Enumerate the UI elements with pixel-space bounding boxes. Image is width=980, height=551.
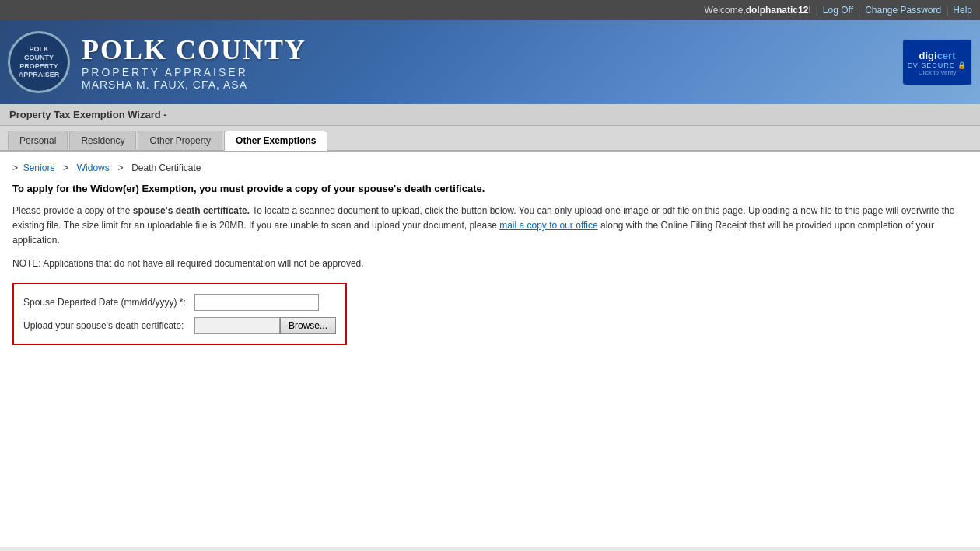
upload-row: Upload your spouse's death certificate: … <box>23 317 336 334</box>
browse-button[interactable]: Browse... <box>280 317 336 334</box>
separator-1: | <box>816 5 818 16</box>
breadcrumb: > Seniors > Widows > Death Certificate <box>12 162 968 173</box>
section-title: To apply for the Widow(er) Exemption, yo… <box>12 183 968 194</box>
separator-3: | <box>946 5 948 16</box>
page-wrapper: Property Tax Exemption Wizard - Personal… <box>0 104 980 551</box>
content-paragraph: Please provide a copy of the spouse's de… <box>12 204 968 249</box>
digicert-logo: digicert <box>919 49 956 61</box>
breadcrumb-sep-2: > <box>115 162 126 173</box>
form-box: Spouse Departed Date (mm/dd/yyyy) *: Upl… <box>12 283 347 345</box>
breadcrumb-sep-1: > <box>61 162 72 173</box>
welcome-text: Welcome, <box>705 5 746 16</box>
separator-2: | <box>858 5 860 16</box>
page-title-bar: Property Tax Exemption Wizard - <box>0 104 980 126</box>
tab-other-exemptions[interactable]: Other Exemptions <box>224 131 327 151</box>
date-row: Spouse Departed Date (mm/dd/yyyy) *: <box>23 294 336 311</box>
tab-other-property[interactable]: Other Property <box>138 131 222 150</box>
logo: POLKCOUNTYPROPERTYAPPRAISER <box>8 31 70 93</box>
appraiser-subtitle: Property Appraiser <box>82 66 306 78</box>
bold-text: spouse's death certificate. <box>133 205 250 216</box>
note-text: NOTE: Applications that do not have all … <box>12 258 968 269</box>
tabs-bar: Personal Residency Other Property Other … <box>0 126 980 151</box>
username: dolphanatic12 <box>746 5 809 16</box>
mail-link[interactable]: mail a copy to our office <box>499 220 598 231</box>
header: POLKCOUNTYPROPERTYAPPRAISER Polk County … <box>0 20 980 104</box>
ev-secure-text: EV SECURE 🔒 <box>908 61 968 69</box>
digicert-badge[interactable]: digicert EV SECURE 🔒 Click to Verify <box>902 39 972 85</box>
upload-label: Upload your spouse's death certificate: <box>23 320 194 331</box>
date-label: Spouse Departed Date (mm/dd/yyyy) *: <box>23 297 194 308</box>
main-content: > Seniors > Widows > Death Certificate T… <box>0 151 980 547</box>
tab-residency[interactable]: Residency <box>69 131 136 150</box>
breadcrumb-seniors[interactable]: Seniors <box>23 162 55 173</box>
top-bar: Welcome, dolphanatic12! | Log Off | Chan… <box>0 0 980 20</box>
file-display <box>194 317 280 334</box>
breadcrumb-current: Death Certificate <box>131 162 201 173</box>
county-title: Polk County <box>82 33 306 66</box>
header-title: Polk County Property Appraiser Marsha M.… <box>82 33 306 91</box>
appraiser-name: Marsha M. Faux, CFA, ASA <box>82 78 306 91</box>
page-title: Property Tax Exemption Wizard - <box>9 109 167 120</box>
help-link[interactable]: Help <box>953 5 972 16</box>
tab-personal[interactable]: Personal <box>8 131 68 150</box>
file-upload-area: Browse... <box>194 317 336 334</box>
breadcrumb-widows[interactable]: Widows <box>77 162 110 173</box>
change-password-link[interactable]: Change Password <box>865 5 941 16</box>
log-off-link[interactable]: Log Off <box>823 5 853 16</box>
date-input[interactable] <box>194 294 319 311</box>
click-to-verify: Click to Verify <box>919 69 956 76</box>
breadcrumb-prefix: > <box>12 162 20 173</box>
